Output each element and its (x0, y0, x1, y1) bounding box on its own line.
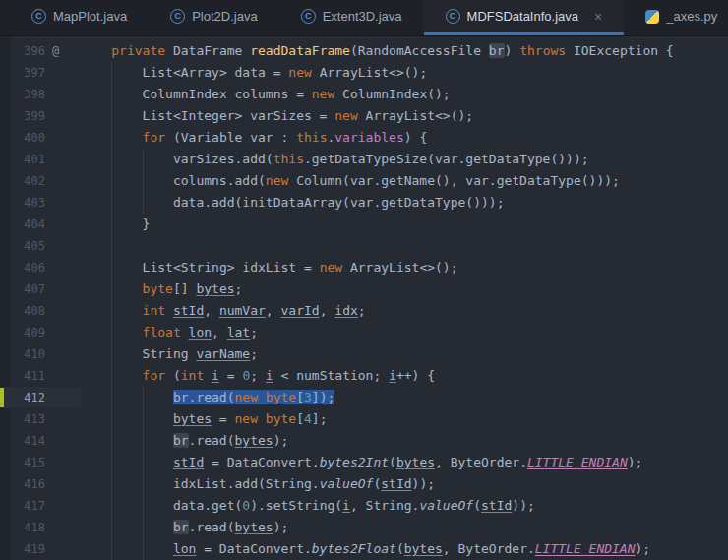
gutter[interactable]: 418 (0, 517, 81, 538)
indent-guide (111, 365, 112, 387)
line-number[interactable]: 399 (0, 105, 45, 127)
gutter[interactable]: 412 (0, 387, 81, 408)
tab--axes-py[interactable]: _axes.py (624, 0, 728, 35)
code-line-402[interactable]: 402columns.add(new Column(var.getName(),… (0, 170, 728, 192)
line-number[interactable]: 403 (0, 192, 45, 214)
line-number[interactable]: 411 (0, 365, 45, 387)
gutter[interactable]: 401 (0, 149, 81, 170)
line-number[interactable]: 404 (0, 214, 45, 235)
line-number[interactable]: 405 (0, 235, 45, 257)
code-line-396[interactable]: 396@private DataFrame readDataFrame(Rand… (0, 40, 728, 62)
indent-guide (111, 473, 112, 495)
code-line-412[interactable]: 412br.read(new byte[3]); (0, 387, 728, 408)
code-line-411[interactable]: 411for (int i = 0; i < numStation; i++) … (0, 365, 728, 387)
line-number[interactable]: 398 (0, 84, 45, 105)
token: i (342, 498, 350, 513)
tab-close-icon[interactable]: × (594, 10, 602, 24)
line-number[interactable]: 416 (0, 473, 45, 495)
code-line-408[interactable]: 408int stId, numVar, varId, idx; (0, 300, 728, 322)
tab-plot2d-java[interactable]: CPlot2D.java (149, 0, 278, 35)
gutter[interactable]: 399 (0, 105, 81, 127)
code-line-419[interactable]: 419lon = DataConvert.bytes2Float(bytes, … (0, 538, 728, 560)
gutter[interactable]: 400 (0, 127, 81, 149)
line-number[interactable]: 410 (0, 343, 45, 365)
gutter[interactable]: 417 (0, 495, 81, 517)
gutter[interactable]: 415 (0, 452, 81, 473)
tab-mapplot-java[interactable]: CMapPlot.java (10, 0, 149, 35)
line-number[interactable]: 407 (0, 279, 45, 300)
gutter[interactable]: 404 (0, 214, 81, 235)
line-number[interactable]: 418 (0, 517, 45, 538)
gutter[interactable]: 398 (0, 84, 81, 105)
code-line-405[interactable]: 405 (0, 235, 728, 257)
code-line-406[interactable]: 406List<String> idxList = new ArrayList<… (0, 257, 728, 279)
indent-guide (111, 62, 112, 84)
gutter[interactable]: 408 (0, 300, 81, 322)
token: , ByteOrder. (435, 455, 527, 469)
line-number[interactable]: 396 (0, 40, 45, 62)
code-line-417[interactable]: 417data.get(0).setString(i, String.value… (0, 495, 728, 517)
code-line-407[interactable]: 407byte[] bytes; (0, 279, 728, 300)
line-number[interactable]: 408 (0, 300, 45, 322)
code-line-416[interactable]: 416idxList.add(String.valueOf(stId)); (0, 473, 728, 495)
code-text: List<Integer> varSizes = new ArrayList<>… (81, 105, 728, 127)
gutter[interactable]: 411 (0, 365, 81, 387)
line-number[interactable]: 412 (0, 387, 45, 408)
code-line-403[interactable]: 403data.add(initDataArray(var.getDataTyp… (0, 192, 728, 214)
code-line-404[interactable]: 404} (0, 214, 728, 235)
code-line-400[interactable]: 400for (Variable var : this.variables) { (0, 127, 728, 149)
token: byte (143, 281, 173, 296)
code-line-401[interactable]: 401varSizes.add(this.getDataTypeSize(var… (0, 149, 728, 170)
code-line-409[interactable]: 409float lon, lat; (0, 322, 728, 343)
line-number[interactable]: 419 (0, 538, 45, 560)
line-number[interactable]: 417 (0, 495, 45, 517)
code-editor[interactable]: 396@private DataFrame readDataFrame(Rand… (0, 36, 728, 560)
gutter[interactable]: 419 (0, 538, 81, 560)
gutter[interactable]: 405 (0, 235, 81, 257)
line-number[interactable]: 414 (0, 430, 45, 452)
token: 0 (242, 498, 250, 513)
line-number[interactable]: 415 (0, 452, 45, 473)
line-number[interactable]: 409 (0, 322, 45, 343)
gutter[interactable]: 396@ (0, 40, 81, 62)
code-line-418[interactable]: 418br.read(bytes); (0, 517, 728, 538)
line-number[interactable]: 402 (0, 170, 45, 192)
token: )); (512, 498, 534, 513)
line-number[interactable]: 400 (0, 127, 45, 149)
tab-extent3d-java[interactable]: CExtent3D.java (279, 0, 424, 35)
gutter[interactable]: 410 (0, 343, 81, 365)
token: = DataConvert. (196, 541, 311, 556)
gutter[interactable]: 409 (0, 322, 81, 343)
gutter[interactable]: 397 (0, 62, 81, 84)
gutter[interactable]: 413 (0, 408, 81, 430)
gutter[interactable]: 416 (0, 473, 81, 495)
token: idxList.add(String. (173, 476, 320, 491)
code-line-410[interactable]: 410String varName; (0, 343, 728, 365)
code-line-415[interactable]: 415stId = DataConvert.bytes2Int(bytes, B… (0, 452, 728, 473)
code-text: data.get(0).setString(i, String.valueOf(… (81, 495, 728, 517)
token: ); (636, 541, 651, 556)
code-line-414[interactable]: 414br.read(bytes); (0, 430, 728, 452)
token: = (219, 368, 242, 383)
gutter[interactable]: 414 (0, 430, 81, 452)
gutter-annotation-icon[interactable]: @ (52, 40, 59, 62)
code-line-413[interactable]: 413bytes = new byte[4]; (0, 408, 728, 430)
token: DataFrame (173, 43, 250, 58)
gutter[interactable]: 406 (0, 257, 81, 279)
token: stId (381, 476, 411, 491)
token: (Variable var : (173, 130, 296, 145)
tab-mdfsdatainfo-java[interactable]: CMDFSDataInfo.java× (424, 0, 625, 35)
line-number[interactable]: 413 (0, 408, 45, 430)
line-number[interactable]: 406 (0, 257, 45, 279)
line-number[interactable]: 401 (0, 149, 45, 170)
token: ArrayList<>(); (366, 108, 474, 123)
gutter[interactable]: 402 (0, 170, 81, 192)
code-line-397[interactable]: 397List<Array> data = new ArrayList<>(); (0, 62, 728, 84)
code-line-399[interactable]: 399List<Integer> varSizes = new ArrayLis… (0, 105, 728, 127)
token: new (235, 390, 266, 404)
gutter[interactable]: 403 (0, 192, 81, 214)
gutter[interactable]: 407 (0, 279, 81, 300)
token: [] (173, 281, 196, 296)
line-number[interactable]: 397 (0, 62, 45, 84)
code-line-398[interactable]: 398ColumnIndex columns = new ColumnIndex… (0, 84, 728, 105)
